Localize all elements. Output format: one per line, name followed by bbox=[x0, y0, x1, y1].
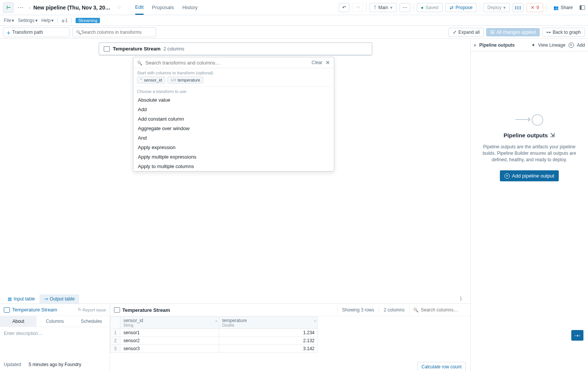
transform-node[interactable]: Temperature Stream 2 columns bbox=[99, 42, 372, 55]
string-type-icon: ❜❜ bbox=[140, 78, 142, 82]
output-dataset-title[interactable]: Temperature Stream bbox=[4, 307, 57, 313]
search-columns-field[interactable] bbox=[81, 30, 153, 35]
cell[interactable]: 3.142 bbox=[219, 345, 318, 353]
number-type-icon: 123 bbox=[171, 78, 176, 82]
search-icon bbox=[76, 29, 81, 35]
cell[interactable]: sensor1 bbox=[120, 329, 219, 337]
transform-path-button[interactable]: ⏚Transform path bbox=[3, 27, 70, 37]
tab-label: Input table bbox=[14, 296, 35, 302]
divider bbox=[71, 18, 72, 23]
expand-all-button[interactable]: ⤢Expand all bbox=[449, 28, 484, 37]
cell[interactable]: 2.132 bbox=[219, 337, 318, 345]
transform-icon: ⏚ bbox=[7, 30, 10, 35]
transform-option[interactable]: Apply to multiple columns bbox=[133, 162, 334, 171]
redo-button[interactable]: ↷ bbox=[352, 3, 363, 12]
updated-value: 5 minutes ago by Foundry bbox=[28, 362, 81, 367]
info-tab-schedules[interactable]: Schedules bbox=[73, 316, 110, 327]
tab-input-table[interactable]: ▦Input table bbox=[3, 294, 40, 303]
menu-help[interactable]: Help ▾ bbox=[41, 18, 54, 23]
panel-toggle-icon[interactable] bbox=[580, 5, 585, 10]
back-to-graph-label: Back to graph bbox=[553, 30, 581, 35]
cell[interactable]: sensor2 bbox=[120, 337, 219, 345]
settings-toggle[interactable]: ⫿⫿⫿ bbox=[513, 3, 523, 12]
pipeline-title[interactable]: New pipeline (Thu, Nov 3, 2022, 5:… bbox=[33, 5, 113, 11]
breadcrumb-menu-icon[interactable]: ⋯ bbox=[15, 4, 26, 11]
changes-applied-label: All changes applied bbox=[496, 30, 536, 35]
col-menu-icon[interactable]: ▾ bbox=[314, 319, 316, 323]
choose-transform-label: Choose a transform to use bbox=[133, 87, 334, 95]
favorite-icon[interactable]: ☆ bbox=[115, 5, 124, 10]
fork-indicator[interactable]: 1 bbox=[62, 18, 68, 23]
report-label: Report issue bbox=[82, 308, 106, 312]
branch-button[interactable]: ᛉMain▾ bbox=[370, 3, 397, 12]
description-input[interactable]: Enter description… bbox=[0, 327, 110, 340]
tab-label: Output table bbox=[50, 296, 74, 302]
divider bbox=[413, 3, 414, 12]
propose-button[interactable]: ⇄Propose bbox=[446, 3, 477, 12]
transform-option[interactable]: Add constant column bbox=[133, 114, 334, 124]
transform-option[interactable]: Aggregate over window bbox=[133, 124, 334, 133]
divider bbox=[480, 3, 480, 12]
transform-search-input[interactable] bbox=[145, 60, 308, 66]
chevron-right-icon[interactable]: » bbox=[474, 42, 476, 48]
table-search[interactable] bbox=[409, 306, 466, 314]
app-logo[interactable]: ⊢ bbox=[3, 2, 14, 13]
info-tab-about[interactable]: About bbox=[0, 316, 36, 327]
transform-option[interactable]: Apply expression bbox=[133, 143, 334, 152]
add-pipeline-output-button[interactable]: +Add pipeline output bbox=[500, 170, 559, 181]
tab-edit[interactable]: Edit bbox=[135, 0, 144, 15]
report-issue-button[interactable]: ↻Report issue bbox=[78, 307, 106, 312]
deploy-label: Deploy bbox=[487, 5, 501, 10]
lineage-icon: ✦ bbox=[531, 42, 535, 48]
col-header-temperature[interactable]: temperatureDouble▾ bbox=[219, 317, 318, 329]
rp-empty-desc: Pipeline outputs are the artifacts your … bbox=[482, 144, 577, 163]
info-tab-columns[interactable]: Columns bbox=[36, 316, 73, 327]
calculate-row-count-button[interactable]: Calculate row count bbox=[417, 362, 466, 371]
add-output-link[interactable]: Add bbox=[577, 42, 585, 48]
cell[interactable]: sensor3 bbox=[120, 345, 219, 353]
minimap-button[interactable]: ⇢◦ bbox=[571, 330, 583, 341]
export-icon: ⇲ bbox=[550, 132, 555, 138]
column-chip-temperature[interactable]: 123temperature bbox=[168, 77, 203, 83]
chevron-right-icon: › bbox=[27, 5, 32, 10]
dataset-icon bbox=[114, 307, 120, 313]
search-columns-input[interactable] bbox=[73, 27, 156, 37]
view-lineage-button[interactable]: View Lineage bbox=[538, 42, 566, 48]
clear-button[interactable]: Clear bbox=[311, 60, 322, 65]
close-icon[interactable]: ✕ bbox=[326, 60, 330, 66]
transform-option[interactable]: Absolute value bbox=[133, 95, 334, 105]
errors-button[interactable]: ✕9 bbox=[526, 3, 543, 12]
collapse-panel-icon[interactable]: 》 bbox=[460, 296, 465, 302]
transform-option[interactable]: Add bbox=[133, 105, 334, 114]
branch-icon: ᛉ bbox=[374, 5, 376, 10]
transform-option[interactable]: And bbox=[133, 133, 334, 143]
undo-button[interactable]: ↶ bbox=[339, 3, 349, 12]
deploy-button[interactable]: Deploy▾ bbox=[483, 3, 510, 12]
propose-label: Propose bbox=[455, 5, 473, 10]
share-button[interactable]: Share bbox=[550, 3, 577, 12]
branch-label: Main bbox=[378, 5, 388, 10]
fork-icon bbox=[62, 18, 64, 23]
tab-history[interactable]: History bbox=[182, 1, 198, 14]
graph-icon: ⊶ bbox=[546, 30, 551, 35]
table-search-input[interactable] bbox=[421, 307, 463, 313]
more-button[interactable]: ⋯ bbox=[400, 3, 410, 12]
transform-option[interactable]: Apply multiple expressions bbox=[133, 152, 334, 162]
col-header-sensor-id[interactable]: sensor_idString▾ bbox=[120, 317, 219, 329]
rp-outputs-tab[interactable]: Pipeline outputs bbox=[479, 42, 515, 48]
cell[interactable]: 1.234 bbox=[219, 329, 318, 337]
tab-output-table[interactable]: ⇥Output table bbox=[40, 294, 79, 303]
menu-file[interactable]: File ▾ bbox=[4, 18, 14, 23]
x-icon: ✕ bbox=[531, 5, 534, 10]
back-to-graph-button[interactable]: ⊶Back to graph bbox=[542, 28, 585, 37]
col-menu-icon[interactable]: ▾ bbox=[215, 319, 217, 323]
column-chip-sensor-id[interactable]: ❜❜sensor_id bbox=[137, 77, 165, 83]
transform-picker-popup: Clear ✕ Start with columns to transform … bbox=[133, 57, 334, 171]
menu-settings[interactable]: Settings ▾ bbox=[18, 18, 37, 23]
share-icon bbox=[553, 5, 559, 10]
table-row: 3sensor33.142 bbox=[111, 345, 318, 353]
tab-proposals[interactable]: Proposals bbox=[152, 1, 174, 14]
add-icon: + bbox=[569, 42, 574, 48]
flow-icon: ⇥ bbox=[44, 296, 48, 302]
changes-applied-button: 🖫All changes applied bbox=[486, 28, 540, 36]
